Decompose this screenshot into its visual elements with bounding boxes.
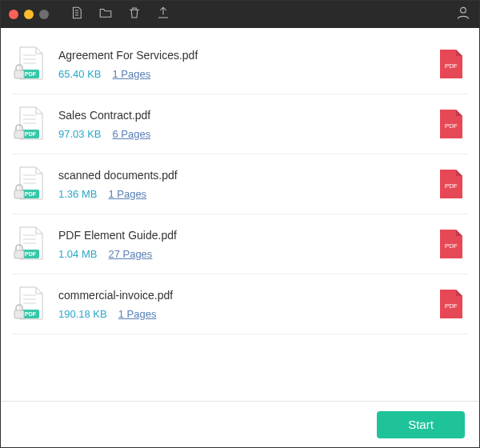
svg-text:PDF: PDF xyxy=(445,242,458,250)
locked-pdf-icon: PDF xyxy=(12,166,47,202)
close-window-icon[interactable] xyxy=(9,10,18,19)
footer: Start xyxy=(1,401,479,447)
svg-text:PDF: PDF xyxy=(25,251,37,257)
upload-icon[interactable] xyxy=(156,6,170,23)
pdf-output-icon: PDF xyxy=(438,48,465,80)
svg-text:PDF: PDF xyxy=(445,302,458,310)
folder-icon[interactable] xyxy=(98,6,113,23)
list-item[interactable]: PDF commercial-invoice.pdf 190.18 KB 1 P… xyxy=(12,274,468,334)
app-window: PDF Agreement For Services.pdf 65.40 KB … xyxy=(0,0,480,448)
list-item[interactable]: PDF PDF Element Guide.pdf 1.04 MB 27 Pag… xyxy=(12,214,468,274)
file-size: 97.03 KB xyxy=(58,128,102,140)
list-item[interactable]: PDF Sales Contract.pdf 97.03 KB 6 Pages … xyxy=(12,94,468,154)
titlebar xyxy=(1,1,479,28)
pdf-output-icon: PDF xyxy=(438,108,465,140)
list-item[interactable]: PDF Agreement For Services.pdf 65.40 KB … xyxy=(12,34,468,94)
svg-point-0 xyxy=(461,7,466,13)
svg-rect-6 xyxy=(14,130,24,138)
toolbar xyxy=(70,6,170,23)
user-icon xyxy=(455,10,471,23)
user-menu[interactable] xyxy=(455,5,471,24)
file-info: commercial-invoice.pdf 190.18 KB 1 Pages xyxy=(58,289,426,320)
pdf-output-icon: PDF xyxy=(438,228,465,260)
svg-text:PDF: PDF xyxy=(25,71,37,77)
file-info: PDF Element Guide.pdf 1.04 MB 27 Pages xyxy=(58,229,426,260)
file-info: Sales Contract.pdf 97.03 KB 6 Pages xyxy=(58,109,426,140)
start-button[interactable]: Start xyxy=(377,411,465,438)
file-pages-link[interactable]: 27 Pages xyxy=(108,248,152,260)
file-icon[interactable] xyxy=(70,6,84,23)
maximize-window-icon[interactable] xyxy=(39,10,49,19)
svg-text:PDF: PDF xyxy=(445,182,458,190)
file-name: Agreement For Services.pdf xyxy=(58,49,426,62)
svg-rect-18 xyxy=(14,310,24,318)
file-info: Agreement For Services.pdf 65.40 KB 1 Pa… xyxy=(58,49,426,80)
svg-text:PDF: PDF xyxy=(25,131,37,137)
svg-text:PDF: PDF xyxy=(25,311,37,317)
file-size: 65.40 KB xyxy=(58,68,102,80)
file-name: Sales Contract.pdf xyxy=(58,109,426,122)
file-info: scanned documents.pdf 1.36 MB 1 Pages xyxy=(58,169,426,200)
file-pages-link[interactable]: 1 Pages xyxy=(108,188,146,200)
window-controls xyxy=(9,10,49,19)
file-size: 1.36 MB xyxy=(58,188,97,200)
locked-pdf-icon: PDF xyxy=(12,46,47,82)
pdf-badge-label: PDF xyxy=(445,62,458,70)
svg-rect-3 xyxy=(14,70,24,78)
locked-pdf-icon: PDF xyxy=(12,286,47,322)
file-name: commercial-invoice.pdf xyxy=(58,289,426,302)
svg-rect-10 xyxy=(14,190,24,198)
minimize-window-icon[interactable] xyxy=(24,10,34,19)
file-list: PDF Agreement For Services.pdf 65.40 KB … xyxy=(1,28,479,401)
locked-pdf-icon: PDF xyxy=(12,106,47,142)
trash-icon[interactable] xyxy=(127,6,142,23)
svg-text:PDF: PDF xyxy=(445,122,458,130)
file-size: 190.18 KB xyxy=(58,308,107,320)
svg-text:PDF: PDF xyxy=(25,191,37,197)
file-size: 1.04 MB xyxy=(58,248,97,260)
file-pages-link[interactable]: 1 Pages xyxy=(118,308,157,320)
file-pages-link[interactable]: 1 Pages xyxy=(113,68,151,80)
locked-pdf-icon: PDF xyxy=(12,226,47,262)
file-name: scanned documents.pdf xyxy=(58,169,426,182)
pdf-output-icon: PDF xyxy=(438,168,465,200)
file-pages-link[interactable]: 6 Pages xyxy=(113,128,151,140)
file-name: PDF Element Guide.pdf xyxy=(58,229,426,242)
svg-rect-14 xyxy=(14,250,24,258)
list-item[interactable]: PDF scanned documents.pdf 1.36 MB 1 Page… xyxy=(12,154,468,214)
pdf-output-icon: PDF xyxy=(438,288,465,320)
